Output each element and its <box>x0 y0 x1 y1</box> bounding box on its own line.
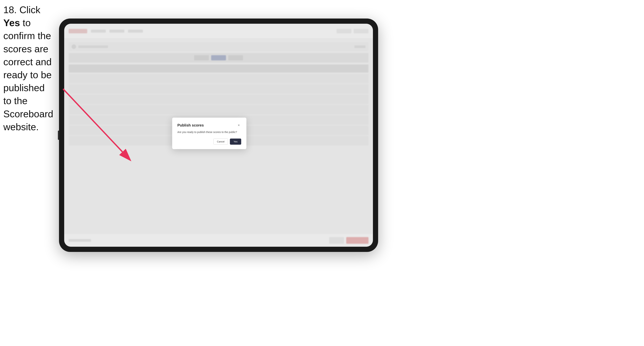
modal-title: Publish scores <box>177 123 204 127</box>
cancel-button[interactable]: Cancel <box>213 139 228 145</box>
modal-overlay: Publish scores × Are you ready to publis… <box>64 24 373 247</box>
tablet-screen: Publish scores × Are you ready to publis… <box>64 24 373 247</box>
instruction-text-part2: to confirm the scores are correct and re… <box>3 17 53 132</box>
publish-scores-dialog: Publish scores × Are you ready to publis… <box>172 118 246 149</box>
instruction-text: 18. Click Yes to confirm the scores are … <box>3 3 55 133</box>
modal-footer: Cancel Yes <box>177 139 241 145</box>
step-number: 18. <box>3 4 17 15</box>
modal-close-button[interactable]: × <box>236 123 241 128</box>
tablet-side-button <box>58 131 59 140</box>
bold-yes: Yes <box>3 17 20 28</box>
modal-body-text: Are you ready to publish these scores to… <box>177 130 241 134</box>
tablet-device: Publish scores × Are you ready to publis… <box>59 18 378 252</box>
modal-header: Publish scores × <box>177 123 241 128</box>
instruction-text-part1: Click <box>20 4 40 15</box>
yes-button[interactable]: Yes <box>230 139 241 145</box>
